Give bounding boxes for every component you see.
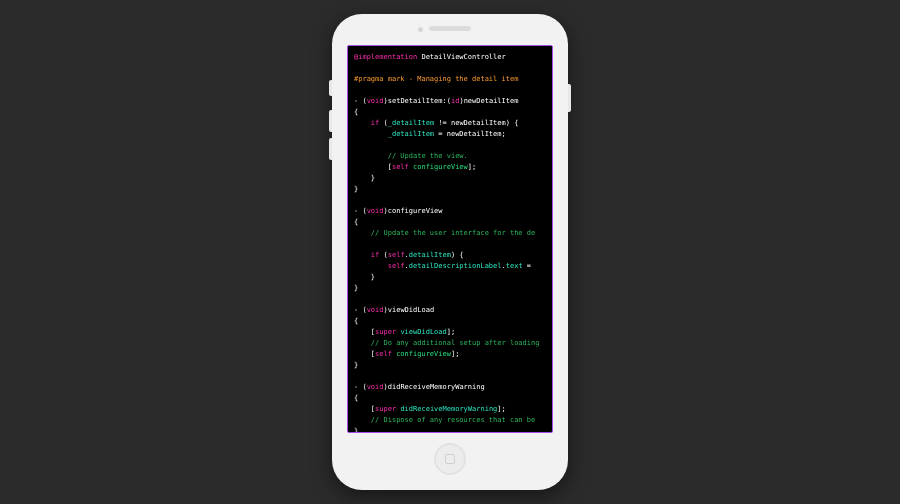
property: detailItem	[409, 251, 451, 259]
power-button	[568, 84, 571, 112]
volume-down-button	[329, 138, 332, 160]
param-name: newDetailItem	[464, 97, 519, 105]
keyword-self: self	[392, 163, 409, 171]
comment: // Update the user interface for the de	[371, 229, 535, 237]
code-editor-content: @implementation DetailViewController #pr…	[354, 52, 548, 433]
iphone-device-frame: @implementation DetailViewController #pr…	[332, 14, 568, 490]
comment: // Update the view.	[388, 152, 468, 160]
comment: // Do any additional setup after loading	[371, 339, 540, 347]
method-call: configureView	[413, 163, 468, 171]
presentation-stage: @implementation DetailViewController #pr…	[0, 0, 900, 504]
method-name: didReceiveMemoryWarning	[388, 383, 485, 391]
ivar: _detailItem	[388, 119, 434, 127]
comment: // Dispose of any resources that can be	[371, 416, 535, 424]
method-call: configureView	[396, 350, 451, 358]
method-name: configureView	[388, 207, 443, 215]
class-name: DetailViewController	[421, 53, 505, 61]
super-call: didReceiveMemoryWarning	[400, 405, 497, 413]
mute-switch	[329, 80, 332, 96]
keyword-if: if	[371, 119, 379, 127]
method-name: viewDidLoad	[388, 306, 434, 314]
method-name: setDetailItem:	[388, 97, 447, 105]
property: text	[506, 262, 523, 270]
volume-up-button	[329, 110, 332, 132]
front-camera-icon	[418, 27, 423, 32]
device-screen[interactable]: @implementation DetailViewController #pr…	[347, 45, 553, 433]
home-button[interactable]	[434, 443, 466, 475]
keyword-super: super	[375, 328, 396, 336]
earpiece-icon	[429, 26, 471, 31]
return-type: void	[367, 97, 384, 105]
pragma-mark: #pragma mark - Managing the detail item	[354, 75, 518, 83]
property: detailDescriptionLabel	[409, 262, 502, 270]
home-button-icon	[445, 454, 455, 464]
keyword-implementation: @implementation	[354, 53, 417, 61]
super-call: viewDidLoad	[400, 328, 446, 336]
